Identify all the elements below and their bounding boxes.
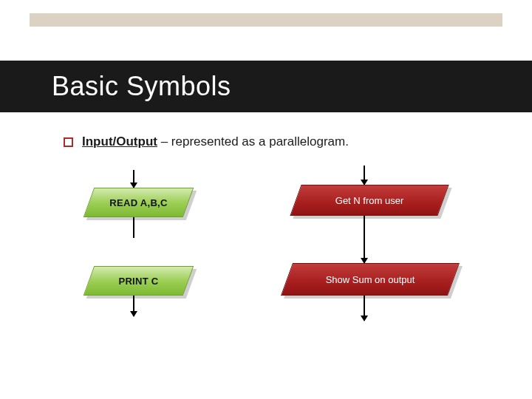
decorative-top-stripe [30, 13, 502, 27]
title-band: Basic Symbols [0, 61, 532, 112]
line-out-read [133, 217, 134, 238]
parallelogram-read: READ A,B,C [89, 188, 188, 217]
arrow-out-showsum [364, 296, 365, 321]
bullet-row: Input/Output – represented as a parallel… [64, 134, 488, 149]
arrow-out-print [133, 296, 134, 316]
bullet-term: Input/Output [82, 134, 157, 149]
bullet-icon [64, 137, 73, 147]
parallelogram-getn-label: Get N from user [296, 185, 443, 216]
arrow-getn-to-showsum [364, 216, 365, 263]
parallelogram-showsum-label: Show Sum on output [287, 263, 454, 296]
arrow-into-read [133, 170, 134, 188]
parallelogram-getn: Get N from user [296, 185, 443, 216]
parallelogram-read-label: READ A,B,C [89, 188, 188, 217]
parallelogram-print-label: PRINT C [89, 266, 188, 296]
parallelogram-print: PRINT C [89, 266, 188, 296]
parallelogram-showsum: Show Sum on output [287, 263, 454, 296]
arrow-into-getn [364, 166, 365, 185]
bullet-rest: – represented as a parallelogram. [157, 134, 349, 149]
slide-title: Basic Symbols [52, 71, 231, 102]
diagram-area: READ A,B,C PRINT C Get N from user Show … [0, 170, 532, 369]
bullet-text: Input/Output – represented as a parallel… [82, 134, 349, 149]
